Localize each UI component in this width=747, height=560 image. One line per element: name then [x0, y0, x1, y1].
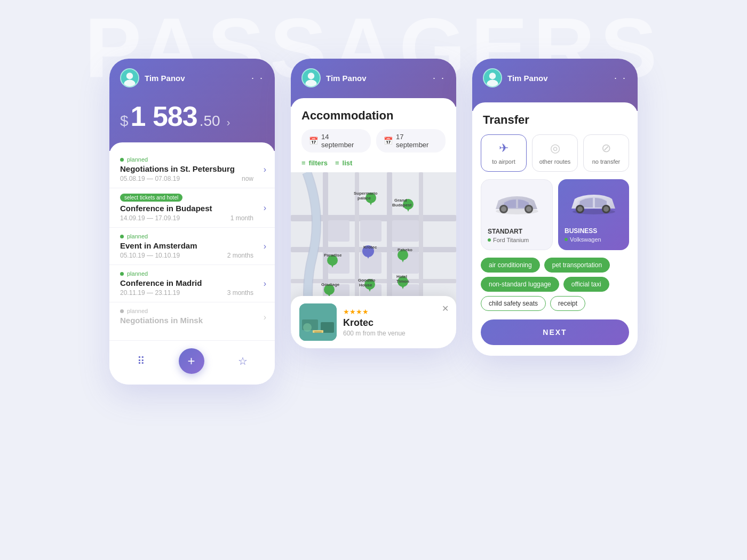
- phone-3: Tim Panov · · Transfer ✈ to airport ◎ ot…: [472, 59, 638, 356]
- car-model-label: Ford Titanium: [493, 237, 529, 243]
- hotel-name: Krotec: [343, 317, 406, 329]
- svg-point-65: [303, 323, 312, 332]
- hotel-stars: ★★★★: [343, 308, 406, 316]
- hotel-popup: ★★★★ Krotec 600 m from the venue ✕: [291, 296, 456, 348]
- car-model: Volkswagen: [565, 236, 623, 243]
- tab-other-routes[interactable]: ◎ other routes: [532, 134, 578, 172]
- car-card-standard[interactable]: STANDART Ford Titanium: [481, 179, 553, 250]
- date-to: 17 september: [396, 133, 438, 149]
- accommodation-title: Accommodation: [291, 98, 456, 129]
- status-label: planned: [127, 156, 148, 163]
- car-type: BUSINESS: [565, 227, 623, 235]
- trip-dates: 20.11.19 — 23.11.19: [120, 289, 180, 297]
- close-icon[interactable]: ✕: [442, 303, 449, 314]
- tab-no-transfer[interactable]: ⊘ no transfer: [583, 134, 629, 172]
- phone3-menu-dots[interactable]: · ·: [614, 73, 627, 84]
- balance-main: 1 583: [131, 100, 197, 132]
- filters-button[interactable]: ≡ filters: [301, 159, 328, 167]
- svg-point-80: [603, 206, 609, 212]
- phone1-body: planned Negotiations in St. Petersburg 0…: [109, 142, 275, 385]
- balance-cents: .50: [200, 113, 220, 130]
- phone3-user-info: Tim Panov: [483, 68, 548, 87]
- feature-tag-air-conditioning[interactable]: air conditioning: [481, 258, 540, 273]
- trip-time: 3 months: [227, 289, 253, 297]
- trip-list: planned Negotiations in St. Petersburg 0…: [109, 142, 275, 340]
- hotel-distance: 600 m from the venue: [343, 330, 406, 337]
- feature-tag-official-taxi[interactable]: official taxi: [563, 277, 609, 292]
- svg-rect-15: [328, 220, 349, 242]
- chevron-right-icon: ›: [264, 165, 266, 174]
- trip-item[interactable]: planned Negotiations in St. Petersburg 0…: [109, 151, 275, 188]
- list-button[interactable]: ≡ list: [335, 159, 352, 167]
- status-dot: [120, 235, 124, 238]
- tab-to-airport[interactable]: ✈ to airport: [481, 134, 527, 172]
- date-from: 14 september: [321, 133, 363, 149]
- phone1-username: Tim Panov: [145, 74, 185, 83]
- next-button[interactable]: NEXT: [481, 319, 629, 345]
- car-image-standard: [488, 186, 546, 223]
- car-type: STANDART: [488, 228, 546, 235]
- car-image-business: [565, 186, 623, 223]
- add-button[interactable]: +: [179, 348, 204, 374]
- currency-symbol: $: [120, 113, 129, 130]
- feature-tag-child-safety-seats[interactable]: child safety seats: [481, 296, 546, 311]
- car-card-business[interactable]: BUSINESS Volkswagen: [558, 179, 629, 250]
- feature-tag-non-standard-luggage[interactable]: non-standard luggage: [481, 277, 559, 292]
- phone3-body: Transfer ✈ to airport ◎ other routes ⊘ n…: [472, 102, 638, 356]
- status-dot: [120, 158, 124, 162]
- trip-title: Conference in Madrid: [120, 278, 264, 287]
- tab-label: other routes: [539, 158, 571, 165]
- grid-icon[interactable]: ⠿: [137, 355, 145, 367]
- phone2-menu-dots[interactable]: · ·: [433, 73, 446, 84]
- trip-title: Negotiations in St. Petersburg: [120, 164, 264, 173]
- svg-text:Gouliage: Gouliage: [321, 282, 340, 287]
- chevron-right-icon: ›: [264, 203, 266, 213]
- tab-label: to airport: [492, 158, 515, 165]
- chevron-right-icon: ›: [264, 242, 266, 251]
- trip-item[interactable]: planned Conference in Madrid 20.11.19 — …: [109, 265, 275, 302]
- svg-point-69: [489, 73, 496, 79]
- plane-icon: ✈: [499, 141, 508, 155]
- calendar-icon: 📅: [309, 137, 318, 145]
- svg-rect-16: [360, 220, 382, 242]
- phone1-menu-dots[interactable]: · ·: [251, 73, 264, 84]
- date-to-pill[interactable]: 📅 17 september: [376, 129, 446, 153]
- filters-label: filters: [309, 159, 328, 167]
- balance-display: $ 1 583 .50 ›: [120, 95, 264, 135]
- status-label: planned: [127, 308, 148, 314]
- svg-text:Grand: Grand: [394, 198, 407, 203]
- trip-time: now: [242, 175, 253, 182]
- feature-tag-receipt[interactable]: receipt: [550, 296, 585, 311]
- trip-dates: 05.10.19 — 10.10.19: [120, 252, 180, 259]
- status-dot: [120, 272, 124, 276]
- feature-tags: air conditioning pet transportation non-…: [472, 258, 638, 317]
- svg-text:Paradise: Paradise: [324, 253, 342, 258]
- date-from-pill[interactable]: 📅 14 september: [301, 129, 371, 153]
- phone1-user-info: Tim Panov: [120, 68, 185, 87]
- balance-arrow-icon[interactable]: ›: [227, 116, 231, 129]
- trip-dates: 05.08.19 — 07.08.19: [120, 175, 180, 182]
- calendar-icon: 📅: [384, 137, 393, 145]
- phone-1: Tim Panov · · $ 1 583 .50 › pla: [109, 59, 275, 385]
- hotel-info: ★★★★ Krotec 600 m from the venue: [343, 308, 406, 337]
- phones-container: Tim Panov · · $ 1 583 .50 › pla: [0, 0, 747, 385]
- chevron-right-icon: ›: [264, 313, 266, 322]
- trip-item[interactable]: planned Negotiations in Minsk ›: [109, 302, 275, 332]
- trip-title: Negotiations in Minsk: [120, 316, 264, 325]
- star-icon[interactable]: ☆: [238, 355, 248, 367]
- phone2-header-top: Tim Panov · ·: [301, 68, 446, 87]
- avatar: [483, 68, 502, 87]
- list-icon: ≡: [335, 159, 339, 167]
- trip-item[interactable]: select tickets and hotel Conference in B…: [109, 188, 275, 228]
- phone2-body: Accommodation 📅 14 september 📅 17 septem…: [291, 98, 456, 348]
- tab-label: no transfer: [592, 158, 621, 165]
- map-area: Supermario palace Grand Budapest Krotec: [291, 172, 456, 348]
- transfer-tabs: ✈ to airport ◎ other routes ⊘ no transfe…: [472, 134, 638, 179]
- svg-text:Hotel: Hotel: [396, 274, 407, 279]
- trip-dates: 14.09.19 — 17.09.19: [120, 214, 180, 222]
- feature-tag-pet-transportation[interactable]: pet transportation: [544, 258, 610, 273]
- trip-item[interactable]: planned Event in Amsterdam 05.10.19 — 10…: [109, 228, 275, 265]
- avatar: [120, 68, 139, 87]
- chevron-right-icon: ›: [264, 279, 266, 289]
- bottom-nav: ⠿ + ☆: [109, 340, 275, 385]
